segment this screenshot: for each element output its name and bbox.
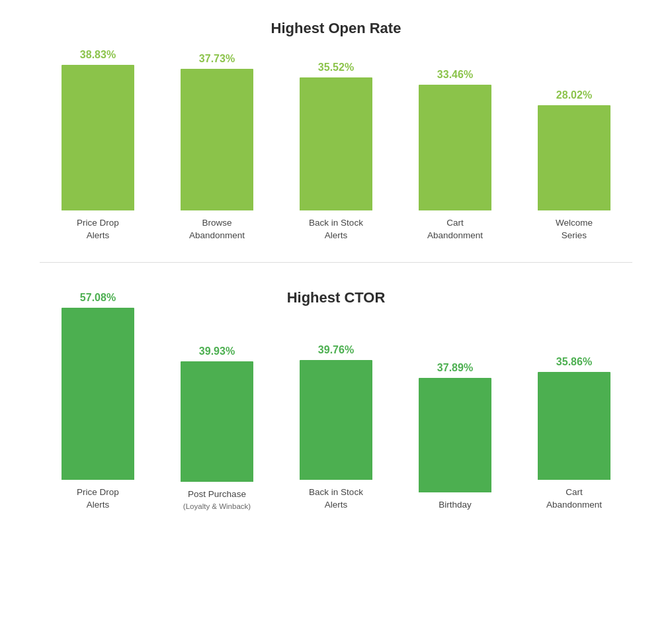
bar-value-label: 37.73%	[199, 53, 235, 65]
bar-item: 28.02%WelcomeSeries	[534, 89, 614, 242]
bar-wrapper	[300, 360, 372, 480]
section-divider	[40, 262, 632, 263]
bar-item: 38.83%Price DropAlerts	[58, 49, 138, 242]
bar-label: Post Purchase(Loyalty & Winback)	[183, 488, 251, 512]
bar-label: Back in StockAlerts	[309, 217, 363, 242]
bar-item: 35.52%Back in StockAlerts	[296, 62, 376, 242]
bar-wrapper	[538, 372, 610, 480]
section-title-open-rate: Highest Open Rate	[26, 20, 646, 37]
page-container: Highest Open Rate38.83%Price DropAlerts3…	[0, 0, 672, 551]
bar-item: 35.86%CartAbandonment	[534, 356, 614, 512]
bar-item: 57.08%Price DropAlerts	[58, 292, 138, 512]
bar-wrapper	[62, 65, 134, 210]
bar-label: WelcomeSeries	[556, 217, 593, 242]
bar	[419, 378, 491, 492]
bar	[181, 69, 253, 210]
bar-wrapper	[62, 308, 134, 480]
bar	[300, 77, 372, 210]
bar	[62, 308, 134, 480]
bar	[419, 85, 491, 210]
bar	[538, 105, 610, 210]
bar-value-label: 33.46%	[437, 69, 473, 81]
bar-chart-ctor: 57.08%Price DropAlerts39.93%Post Purchas…	[26, 326, 646, 512]
bar-label: Price DropAlerts	[77, 486, 119, 512]
bar-item: 33.46%CartAbandonment	[415, 69, 495, 242]
section-ctor: Highest CTOR57.08%Price DropAlerts39.93%…	[26, 289, 646, 512]
bar-wrapper	[181, 69, 253, 210]
bar-item: 39.76%Back in StockAlerts	[296, 344, 376, 512]
bar-label: Price DropAlerts	[77, 217, 119, 242]
bar-item: 37.73%BrowseAbandonment	[177, 53, 257, 242]
bar-value-label: 39.76%	[318, 344, 354, 356]
bar-value-label: 35.86%	[556, 356, 592, 368]
bar-wrapper	[538, 105, 610, 210]
bar-value-label: 37.89%	[437, 362, 473, 374]
bar	[538, 372, 610, 480]
bar-item: 39.93%Post Purchase(Loyalty & Winback)	[177, 345, 257, 512]
bar-chart-open-rate: 38.83%Price DropAlerts37.73%BrowseAbando…	[26, 57, 646, 242]
bar	[300, 360, 372, 480]
bar-value-label: 57.08%	[80, 292, 116, 304]
bar-wrapper	[419, 378, 491, 492]
bar-label: BrowseAbandonment	[189, 217, 245, 242]
bar	[181, 361, 253, 482]
bar-value-label: 28.02%	[556, 89, 592, 101]
bar-label: CartAbandonment	[427, 217, 483, 242]
bar-label: Back in StockAlerts	[309, 486, 363, 512]
bar-value-label: 39.93%	[199, 345, 235, 357]
section-open-rate: Highest Open Rate38.83%Price DropAlerts3…	[26, 20, 646, 242]
bar-wrapper	[300, 77, 372, 210]
bar-item: 37.89%Birthday	[415, 362, 495, 512]
bar-label: CartAbandonment	[546, 486, 602, 512]
bar	[62, 65, 134, 210]
bar-value-label: 38.83%	[80, 49, 116, 61]
bar-wrapper	[419, 85, 491, 210]
bar-label: Birthday	[439, 499, 472, 512]
bar-value-label: 35.52%	[318, 62, 354, 73]
bar-sub-label: (Loyalty & Winback)	[183, 501, 251, 512]
bar-wrapper	[181, 361, 253, 482]
